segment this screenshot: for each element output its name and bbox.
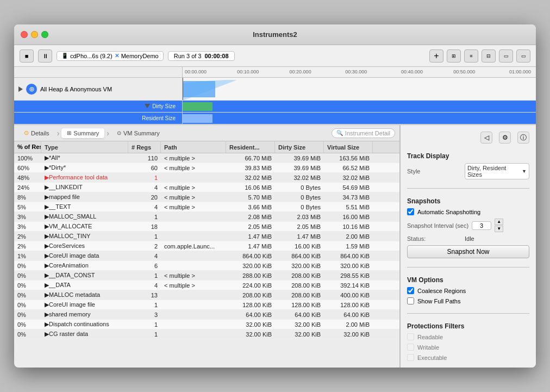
table-row[interactable]: 8% ▶mapped file 20 < multiple > 5.70 MiB… — [14, 192, 399, 202]
th-path[interactable]: Path — [161, 141, 226, 153]
main-window: Instruments2 ■ ⏸ 📱 cdPho...6s (9.2) ✕ Me… — [14, 24, 536, 368]
tab-details[interactable]: ⊙ Details — [18, 128, 55, 138]
table-row[interactable]: 0% ▶MALLOC metadata 13 208.00 KiB 208.00… — [14, 290, 399, 300]
td-regs: 13 — [128, 290, 161, 300]
fullscreen-button[interactable] — [41, 31, 48, 38]
layout-btn-4[interactable]: ▭ — [499, 49, 513, 63]
minimize-button[interactable] — [31, 31, 38, 38]
panel-settings-btn[interactable]: ⚙ — [499, 132, 511, 144]
td-path — [161, 222, 226, 231]
td-dirty: 0 Bytes — [275, 192, 324, 202]
device-name: cdPho...6s (9.2) — [70, 53, 112, 59]
th-virtual-label: Virtual Size — [327, 144, 359, 151]
td-type: ▶CG raster data — [41, 329, 128, 339]
stop-button[interactable]: ■ — [20, 49, 34, 63]
th-virtual[interactable]: Virtual Size — [324, 141, 373, 153]
track-dirty-label[interactable]: Dirty Size — [14, 101, 183, 112]
tab-vm-summary[interactable]: ⊙ VM Summary — [111, 128, 165, 138]
table-row[interactable]: 1% ▶CoreUI image data 4 864.00 KiB 864.0… — [14, 251, 399, 261]
close-button[interactable] — [21, 31, 28, 38]
vm-options-section: VM Options Coalesce Regions Show Full Pa… — [407, 276, 529, 304]
full-paths-checkbox[interactable] — [407, 297, 414, 304]
panel-info-btn[interactable]: ⓘ — [517, 132, 529, 144]
table-row[interactable]: 2% ▶MALLOC_TINY 1 1.47 MiB 1.47 MiB 2.00… — [14, 232, 399, 241]
td-regs: 3 — [128, 310, 161, 319]
layout-btn-5[interactable]: ▭ — [516, 49, 530, 63]
layout-btn-1[interactable]: ⊞ — [447, 49, 461, 63]
readable-checkbox[interactable] — [407, 333, 414, 340]
instrument-name: MemoryDemo — [121, 53, 159, 59]
td-dirty: 39.69 MiB — [275, 153, 324, 163]
layout-btn-2[interactable]: ≡ — [464, 49, 478, 63]
tab-summary[interactable]: ⊞ Summary — [61, 128, 104, 138]
table-row[interactable]: 0% ▶CG raster data 1 32.00 KiB 32.00 KiB… — [14, 329, 399, 339]
ruler-mark-2: 00:20.000 — [290, 69, 311, 74]
interval-input[interactable] — [472, 221, 491, 230]
th-resident-label: Resident... — [229, 144, 260, 151]
td-virtual: 34.73 MiB — [324, 192, 373, 202]
layout-btn-3[interactable]: ⊟ — [482, 49, 496, 63]
table-row[interactable]: 60% ▶*Dirty* 60 < multiple > 39.83 MiB 3… — [14, 163, 399, 173]
th-dirty[interactable]: Dirty Size — [275, 141, 324, 153]
chevron-down-icon: ▼ — [522, 169, 527, 174]
track-heap-name: All Heap & Anonymous VM — [40, 86, 112, 92]
td-path — [161, 310, 226, 319]
pause-button[interactable]: ⏸ — [38, 49, 52, 63]
table-row[interactable]: 0% ▶__DATA 4 < multiple > 224.00 KiB 208… — [14, 281, 399, 290]
table-row[interactable]: 0% ▶CoreUI image file 1 128.00 KiB 128.0… — [14, 300, 399, 310]
table-row[interactable]: 2% ▶CoreServices 2 com.apple.Launc... 1.… — [14, 241, 399, 251]
td-virtual: 64.00 KiB — [324, 310, 373, 319]
td-percent: 8% — [14, 192, 41, 202]
table-row[interactable]: 24% ▶__LINKEDIT 4 < multiple > 16.06 MiB… — [14, 183, 399, 192]
run-selector[interactable]: Run 3 of 3 00:00:08 — [168, 51, 235, 61]
th-type[interactable]: Type — [41, 141, 128, 153]
track-expand-icon[interactable] — [18, 86, 23, 92]
style-selector[interactable]: Dirty, Resident Sizes ▼ — [465, 163, 529, 179]
track-resident-label[interactable]: Resident Size — [14, 113, 183, 124]
table-row[interactable]: 3% ▶MALLOC_SMALL 1 2.08 MiB 2.03 MiB 16.… — [14, 212, 399, 222]
interval-up-btn[interactable]: ▲ — [495, 219, 503, 225]
table-body: 100% ▶*All* 110 < multiple > 66.70 MiB 3… — [14, 153, 399, 339]
td-regs: 2 — [128, 241, 161, 251]
table-row[interactable]: 3% ▶VM_ALLOCATE 18 2.05 MiB 2.05 MiB 10.… — [14, 222, 399, 232]
th-percent[interactable]: % of Res.▾ — [14, 141, 41, 153]
auto-snapshot-row: Automatic Snapshotting — [407, 208, 529, 215]
table-row[interactable]: 0% ▶shared memory 3 64.00 KiB 64.00 KiB … — [14, 310, 399, 320]
th-regs[interactable]: # Regs — [128, 141, 161, 153]
track-resident-name: Resident Size — [142, 115, 176, 121]
add-instrument-button[interactable]: + — [429, 49, 443, 63]
protections-section: Protections Filters Readable Writable Ex… — [407, 322, 529, 361]
table-row[interactable]: 0% ▶Dispatch continuations 1 32.00 KiB 3… — [14, 320, 399, 329]
td-percent: 5% — [14, 202, 41, 211]
panel-back-btn[interactable]: ◁ — [480, 132, 492, 144]
tab-sep-1: › — [57, 129, 60, 138]
table-row[interactable]: 5% ▶__TEXT 4 < multiple > 3.66 MiB 0 Byt… — [14, 202, 399, 212]
full-paths-label: Show Full Paths — [417, 298, 460, 304]
dirty-bar — [183, 102, 212, 111]
table-row[interactable]: 100% ▶*All* 110 < multiple > 66.70 MiB 3… — [14, 153, 399, 163]
executable-checkbox[interactable] — [407, 354, 414, 361]
th-resident[interactable]: Resident... — [226, 141, 275, 153]
device-selector[interactable]: 📱 cdPho...6s (9.2) ✕ MemoryDemo — [57, 51, 164, 61]
td-dirty: 864.00 KiB — [275, 251, 324, 260]
plus-icon: + — [434, 51, 439, 61]
track-heap-label[interactable]: ◎ All Heap & Anonymous VM — [14, 78, 183, 100]
td-percent: 2% — [14, 241, 41, 251]
table-row[interactable]: 48% ▶Performance tool data 1 32.02 MiB 3… — [14, 173, 399, 183]
coalesce-checkbox[interactable] — [407, 287, 414, 294]
interval-down-btn[interactable]: ▼ — [495, 226, 503, 232]
snapshot-now-button[interactable]: Snapshot Now — [407, 245, 529, 258]
table-row[interactable]: 0% ▶__DATA_CONST 1 < multiple > 288.00 K… — [14, 271, 399, 281]
td-dirty: 32.00 KiB — [275, 320, 324, 329]
status-row: Status: Idle — [407, 235, 529, 242]
search-box[interactable]: 🔍 Instrument Detail — [332, 128, 395, 138]
td-virtual: 32.02 MiB — [324, 173, 373, 182]
td-resident: 2.05 MiB — [226, 222, 275, 231]
td-virtual: 864.00 KiB — [324, 251, 373, 260]
td-resident: 32.00 KiB — [226, 320, 275, 329]
ruler-mark-0: 00:00.000 — [185, 69, 207, 74]
writable-checkbox[interactable] — [407, 344, 414, 351]
auto-snapshot-checkbox[interactable] — [407, 208, 414, 215]
track-heap-content — [183, 78, 536, 100]
table-row[interactable]: 0% ▶CoreAnimation 6 320.00 KiB 320.00 Ki… — [14, 261, 399, 271]
